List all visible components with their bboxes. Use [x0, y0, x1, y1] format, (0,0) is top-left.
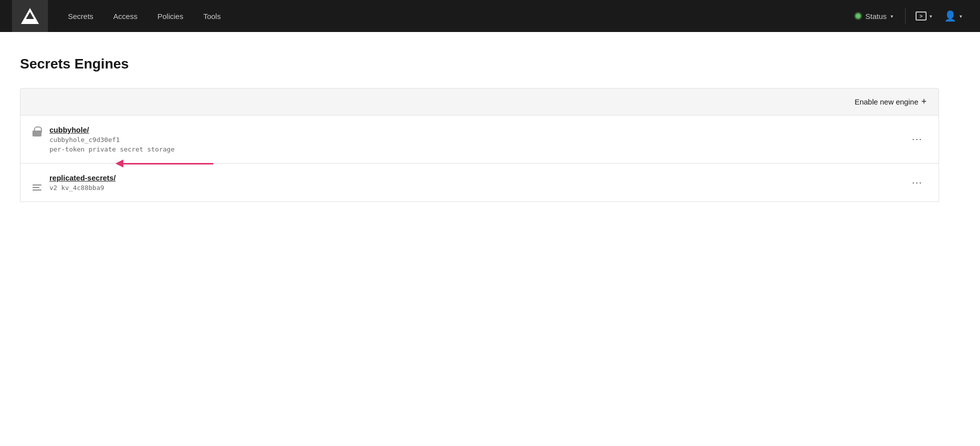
engine-menu-cubbyhole[interactable]: ··· [908, 132, 927, 146]
nav-access[interactable]: Access [105, 8, 145, 24]
nav-right: Status ▾ ▾ 👤 ▾ [847, 6, 968, 26]
engine-list: cubbyhole/ cubbyhole_c9d30ef1 per-token … [20, 116, 939, 202]
engine-item-cubbyhole: cubbyhole/ cubbyhole_c9d30ef1 per-token … [20, 116, 939, 164]
engine-item-replicated-secrets: replicated-secrets/ v2 kv_4c88bba9 ··· [20, 164, 939, 202]
user-icon: 👤 [944, 10, 957, 22]
engine-name-replicated[interactable]: replicated-secrets/ [49, 174, 116, 182]
terminal-chevron-icon: ▾ [930, 14, 932, 19]
kv-icon [32, 176, 41, 190]
nav-divider [905, 8, 906, 24]
engine-menu-replicated[interactable]: ··· [908, 176, 927, 190]
enable-engine-label: Enable new engine [855, 98, 919, 106]
navbar: Secrets Access Policies Tools Status ▾ ▾… [0, 0, 980, 32]
nav-policies[interactable]: Policies [149, 8, 191, 24]
engine-version-replicated: v2 kv_4c88bba9 [49, 184, 908, 192]
status-label: Status [865, 12, 887, 20]
engine-info-replicated: replicated-secrets/ v2 kv_4c88bba9 [49, 174, 908, 192]
user-button[interactable]: 👤 ▾ [938, 6, 968, 26]
page-title: Secrets Engines [20, 56, 939, 72]
status-button[interactable]: Status ▾ [847, 8, 901, 24]
engine-name-cubbyhole[interactable]: cubbyhole/ [49, 126, 89, 134]
enable-engine-button[interactable]: Enable new engine + [855, 96, 927, 107]
main-content: Secrets Engines Enable new engine + cubb… [0, 32, 959, 226]
lock-icon [32, 126, 41, 139]
user-chevron-icon: ▾ [960, 14, 962, 19]
engine-id-cubbyhole: cubbyhole_c9d30ef1 [49, 136, 908, 144]
nav-links: Secrets Access Policies Tools [60, 8, 847, 24]
vault-logo[interactable] [12, 0, 48, 32]
nav-secrets[interactable]: Secrets [60, 8, 101, 24]
terminal-icon [916, 12, 927, 20]
nav-tools[interactable]: Tools [195, 8, 229, 24]
vault-triangle-icon [21, 8, 39, 24]
plus-icon: + [921, 96, 927, 107]
status-chevron-icon: ▾ [891, 14, 893, 19]
engine-desc-cubbyhole: per-token private secret storage [49, 146, 908, 153]
engine-info-cubbyhole: cubbyhole/ cubbyhole_c9d30ef1 per-token … [49, 126, 908, 153]
terminal-button[interactable]: ▾ [910, 8, 938, 24]
status-indicator [855, 13, 861, 19]
toolbar: Enable new engine + [20, 88, 939, 116]
